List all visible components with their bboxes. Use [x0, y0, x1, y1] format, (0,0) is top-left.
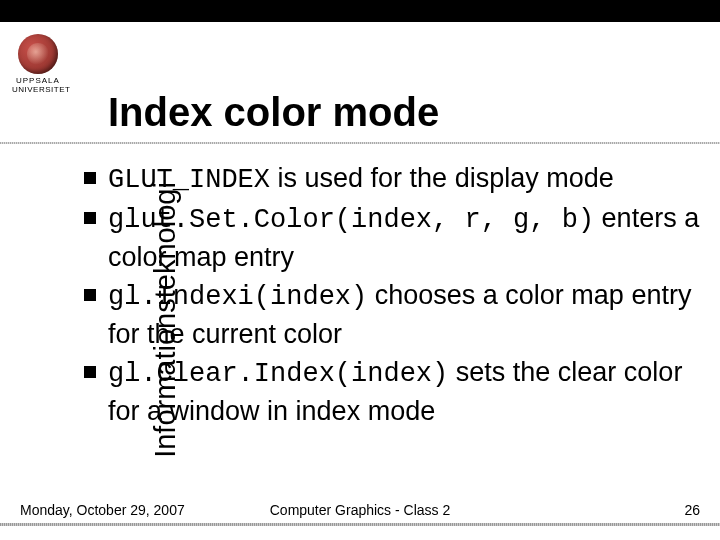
bullet-item: gl.Clear.Index(index) sets the clear col… [84, 354, 708, 429]
logo-text-line1: UPPSALA [16, 76, 60, 85]
footer: Monday, October 29, 2007 Computer Graphi… [20, 502, 700, 518]
slide-title: Index color mode [108, 90, 439, 135]
code-text: gl.Clear.Index(index) [108, 359, 448, 389]
top-bar [0, 0, 720, 22]
bottom-separator [0, 523, 720, 526]
code-text: glut.Set.Color(index, r, g, b) [108, 205, 594, 235]
code-text: GLUT_INDEX [108, 165, 270, 195]
code-text: gl.Indexi(index) [108, 282, 367, 312]
footer-date: Monday, October 29, 2007 [20, 502, 185, 518]
seal-icon [18, 34, 58, 74]
bullet-item: gl.Indexi(index) chooses a color map ent… [84, 277, 708, 352]
logo-text-line2: UNIVERSITET [12, 85, 70, 94]
bullet-item: GLUT_INDEX is used for the display mode [84, 160, 708, 198]
slide: UPPSALA UNIVERSITET Index color mode Inf… [0, 0, 720, 540]
footer-page: 26 [684, 502, 700, 518]
content-area: GLUT_INDEX is used for the display mode … [84, 160, 708, 431]
bullet-text: is used for the display mode [270, 163, 614, 193]
bullet-item: glut.Set.Color(index, r, g, b) enters a … [84, 200, 708, 275]
title-separator [0, 142, 720, 144]
university-logo [18, 34, 58, 74]
